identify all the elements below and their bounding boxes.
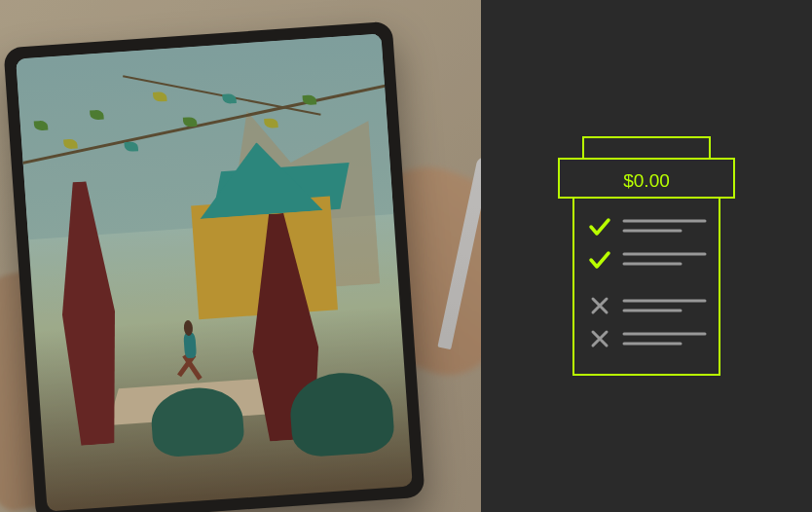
check-icon xyxy=(591,253,609,267)
photo-dim-overlay xyxy=(0,0,481,512)
receipt-price: $0.00 xyxy=(554,170,739,192)
check-icon xyxy=(591,220,609,234)
cross-icon xyxy=(593,299,607,312)
receipt-body xyxy=(573,198,720,375)
receipt-svg xyxy=(554,129,739,383)
pricing-panel: $0.00 xyxy=(481,0,812,512)
tablet-illustration-photo xyxy=(0,0,481,512)
cross-icon xyxy=(593,332,607,346)
receipt-icon: $0.00 xyxy=(554,129,739,383)
receipt-top-tab xyxy=(583,137,710,159)
